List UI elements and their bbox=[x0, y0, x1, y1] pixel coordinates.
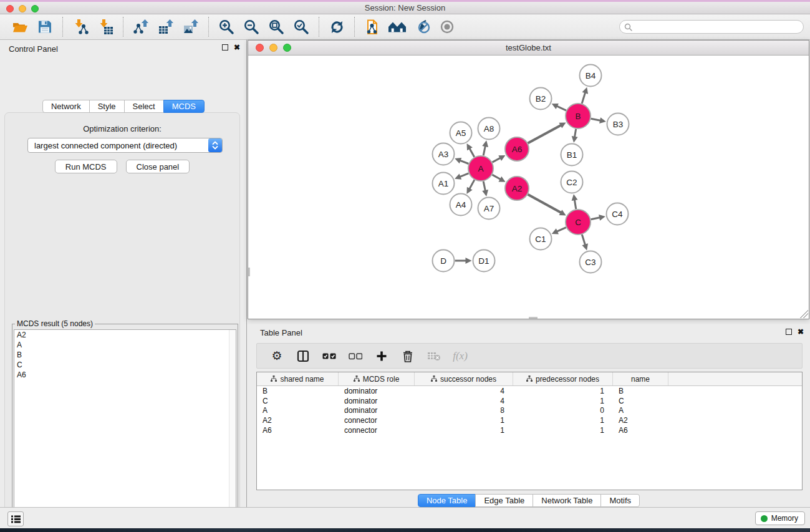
edge-C-C3[interactable] bbox=[582, 235, 586, 246]
edge-A-A5[interactable] bbox=[469, 148, 474, 157]
tab-mcds[interactable]: MCDS bbox=[163, 100, 205, 113]
zoom-in-icon[interactable] bbox=[214, 16, 239, 37]
app-titlebar[interactable]: Session: New Session bbox=[0, 2, 810, 14]
node-label-B2: B2 bbox=[536, 94, 546, 104]
edge-A-A2[interactable] bbox=[492, 175, 501, 180]
canvas-vscroll-indicator[interactable] bbox=[248, 268, 250, 276]
open-folder-icon[interactable] bbox=[7, 16, 32, 37]
optimization-criterion-select[interactable]: largest connected component (directed) bbox=[27, 138, 223, 153]
edge-B-B3[interactable] bbox=[591, 118, 601, 120]
result-list-item[interactable]: A6 bbox=[14, 370, 236, 380]
network-canvas[interactable]: B4B2BB3B1A5A8A6A3AA1C2A2A4A7CC4C1C3DD1 bbox=[248, 56, 809, 319]
toolbar-separator bbox=[319, 17, 319, 37]
edge-B-B1[interactable] bbox=[574, 129, 576, 138]
deselect-all-icon[interactable] bbox=[345, 346, 365, 366]
edge-A-A3[interactable] bbox=[460, 160, 469, 164]
float-panel-icon[interactable] bbox=[222, 44, 228, 51]
zoom-out-icon[interactable] bbox=[239, 16, 264, 37]
export-network-icon[interactable] bbox=[128, 16, 153, 37]
list-scrollbar[interactable] bbox=[229, 330, 236, 532]
cell-shared-name: A2 bbox=[257, 416, 339, 425]
column-header-name[interactable]: name bbox=[613, 372, 668, 385]
home-icon[interactable] bbox=[385, 16, 410, 37]
search-input[interactable] bbox=[632, 22, 803, 31]
column-header-shared-name[interactable]: shared name bbox=[257, 372, 339, 385]
edge-A6-B[interactable] bbox=[528, 125, 562, 143]
network-view-window[interactable]: testGlobe.txt B4B2BB3B1A5A8A6A3AA1C2A2A4… bbox=[248, 40, 809, 319]
table-row[interactable]: Cdominator41C bbox=[257, 396, 802, 406]
result-list-item[interactable]: C bbox=[14, 360, 236, 370]
export-table-icon[interactable] bbox=[153, 16, 178, 37]
zoom-selected-icon[interactable] bbox=[289, 16, 314, 37]
table-header-row[interactable]: shared nameMCDS rolesuccessor nodesprede… bbox=[257, 372, 802, 386]
network-window-titlebar[interactable]: testGlobe.txt bbox=[248, 41, 809, 56]
table-row[interactable]: A6connector11A6 bbox=[257, 425, 802, 435]
function-icon[interactable]: f(x) bbox=[450, 346, 470, 366]
select-all-icon[interactable] bbox=[319, 346, 339, 366]
hide-annotations-icon[interactable] bbox=[410, 16, 435, 37]
edge-A-A6[interactable] bbox=[493, 158, 501, 162]
edge-C-C1[interactable] bbox=[556, 228, 566, 232]
network-zoom-button[interactable] bbox=[283, 44, 291, 52]
save-icon[interactable] bbox=[32, 16, 57, 37]
add-column-icon[interactable] bbox=[372, 346, 392, 366]
canvas-hscroll-indicator[interactable] bbox=[529, 317, 538, 319]
delete-column-icon[interactable] bbox=[398, 346, 418, 366]
minimize-window-button[interactable] bbox=[19, 5, 26, 12]
edge-A-A4[interactable] bbox=[469, 180, 475, 190]
edge-C-C2[interactable] bbox=[574, 199, 576, 209]
edge-B-B2[interactable] bbox=[556, 106, 566, 110]
tab-node-table[interactable]: Node Table bbox=[418, 494, 476, 507]
network-graph[interactable]: B4B2BB3B1A5A8A6A3AA1C2A2A4A7CC4C1C3DD1 bbox=[248, 56, 809, 319]
delete-table-icon[interactable] bbox=[424, 346, 444, 366]
tab-network[interactable]: Network bbox=[42, 100, 90, 113]
zoom-window-button[interactable] bbox=[31, 5, 39, 12]
import-table-icon[interactable] bbox=[93, 16, 118, 37]
node-table[interactable]: shared nameMCDS rolesuccessor nodesprede… bbox=[256, 372, 803, 490]
split-panel-icon[interactable] bbox=[293, 346, 313, 366]
zoom-fit-icon[interactable] bbox=[264, 16, 289, 37]
network-close-button[interactable] bbox=[256, 44, 264, 52]
eye-icon[interactable] bbox=[435, 16, 460, 37]
resize-grip-icon[interactable] bbox=[800, 310, 808, 318]
table-row[interactable]: Bdominator41B bbox=[257, 386, 802, 396]
search-field[interactable] bbox=[619, 20, 804, 34]
column-header-successor-nodes[interactable]: successor nodes bbox=[415, 372, 513, 385]
tab-edge-table[interactable]: Edge Table bbox=[475, 494, 533, 507]
run-mcds-button[interactable]: Run MCDS bbox=[55, 160, 117, 173]
edge-A-A1[interactable] bbox=[460, 173, 469, 177]
float-table-panel-icon[interactable] bbox=[786, 329, 792, 335]
column-header-predecessor-nodes[interactable]: predecessor nodes bbox=[513, 372, 613, 385]
edge-C-C4[interactable] bbox=[591, 218, 601, 220]
memory-button[interactable]: Memory bbox=[755, 511, 805, 525]
edge-A-A8[interactable] bbox=[483, 145, 485, 155]
result-list-item[interactable]: B bbox=[14, 350, 236, 360]
duplicate-network-icon[interactable] bbox=[360, 16, 385, 37]
edge-A2-C[interactable] bbox=[528, 195, 562, 213]
table-row[interactable]: A2connector11A2 bbox=[257, 415, 802, 425]
network-window-controls[interactable] bbox=[256, 44, 291, 52]
import-network-icon[interactable] bbox=[68, 16, 93, 37]
tab-network-table[interactable]: Network Table bbox=[533, 494, 601, 507]
tab-motifs[interactable]: Motifs bbox=[600, 494, 640, 507]
result-list-item[interactable]: A2 bbox=[14, 330, 236, 340]
close-panel-icon[interactable]: ✖ bbox=[234, 44, 240, 51]
refresh-icon[interactable] bbox=[324, 16, 349, 37]
mcds-result-list[interactable]: A2ABCA6 bbox=[14, 329, 236, 532]
close-table-panel-icon[interactable]: ✖ bbox=[798, 329, 804, 335]
task-history-button[interactable] bbox=[7, 511, 24, 526]
close-panel-button[interactable]: Close panel bbox=[126, 160, 190, 173]
table-row[interactable]: Adominator80A bbox=[257, 405, 802, 415]
result-list-item[interactable]: A bbox=[14, 340, 236, 350]
column-header-MCDS-role[interactable]: MCDS role bbox=[339, 372, 415, 385]
network-minimize-button[interactable] bbox=[269, 44, 277, 52]
export-image-icon[interactable] bbox=[178, 16, 203, 37]
close-window-button[interactable] bbox=[6, 5, 14, 12]
edge-B-B4[interactable] bbox=[582, 92, 586, 104]
settings-icon[interactable]: ⚙ bbox=[267, 346, 287, 366]
window-controls[interactable] bbox=[6, 5, 39, 12]
edge-A-A7[interactable] bbox=[483, 181, 485, 191]
node-label-C3: C3 bbox=[585, 258, 595, 267]
tab-style[interactable]: Style bbox=[89, 100, 125, 113]
tab-select[interactable]: Select bbox=[124, 100, 164, 113]
